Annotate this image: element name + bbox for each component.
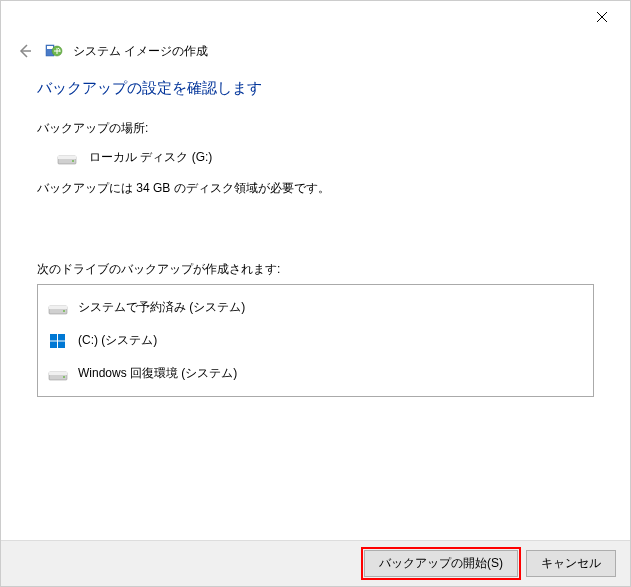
windows-logo-icon bbox=[48, 333, 68, 349]
app-icon bbox=[45, 42, 63, 60]
titlebar bbox=[1, 1, 630, 33]
size-required-text: バックアップには 34 GB のディスク領域が必要です。 bbox=[37, 180, 594, 197]
disk-icon bbox=[57, 150, 77, 166]
disk-icon bbox=[48, 366, 68, 382]
cancel-button[interactable]: キャンセル bbox=[526, 550, 616, 577]
drive-label: (C:) (システム) bbox=[78, 332, 157, 349]
svg-rect-10 bbox=[49, 306, 67, 309]
svg-point-18 bbox=[63, 376, 65, 378]
svg-rect-4 bbox=[47, 46, 53, 49]
content-area: バックアップの設定を確認します バックアップの場所: ローカル ディスク (G:… bbox=[1, 79, 630, 397]
page-heading: バックアップの設定を確認します bbox=[37, 79, 594, 98]
close-icon bbox=[597, 12, 607, 22]
svg-rect-7 bbox=[58, 156, 76, 159]
drive-label: システムで予約済み (システム) bbox=[78, 299, 245, 316]
start-backup-button[interactable]: バックアップの開始(S) bbox=[364, 550, 518, 577]
disk-icon bbox=[48, 300, 68, 316]
drive-label: Windows 回復環境 (システム) bbox=[78, 365, 237, 382]
drive-row: (C:) (システム) bbox=[38, 324, 593, 357]
back-arrow-icon bbox=[17, 43, 33, 59]
close-button[interactable] bbox=[582, 5, 622, 29]
drives-list: システムで予約済み (システム) (C:) (システム) bbox=[37, 284, 594, 397]
svg-rect-13 bbox=[58, 334, 65, 341]
drive-row: Windows 回復環境 (システム) bbox=[38, 357, 593, 390]
window-title: システム イメージの作成 bbox=[73, 43, 208, 60]
svg-rect-14 bbox=[50, 341, 57, 348]
drive-row: システムで予約済み (システム) bbox=[38, 291, 593, 324]
svg-rect-17 bbox=[49, 372, 67, 375]
svg-rect-12 bbox=[50, 334, 57, 341]
back-button[interactable] bbox=[15, 41, 35, 61]
svg-point-8 bbox=[72, 160, 74, 162]
svg-point-11 bbox=[63, 310, 65, 312]
svg-rect-15 bbox=[58, 341, 65, 348]
location-label: バックアップの場所: bbox=[37, 120, 594, 137]
location-row: ローカル ディスク (G:) bbox=[37, 149, 594, 166]
drives-label: 次のドライブのバックアップが作成されます: bbox=[37, 261, 594, 278]
location-value: ローカル ディスク (G:) bbox=[89, 149, 212, 166]
header: システム イメージの作成 bbox=[1, 33, 630, 79]
footer: バックアップの開始(S) キャンセル bbox=[1, 540, 630, 586]
